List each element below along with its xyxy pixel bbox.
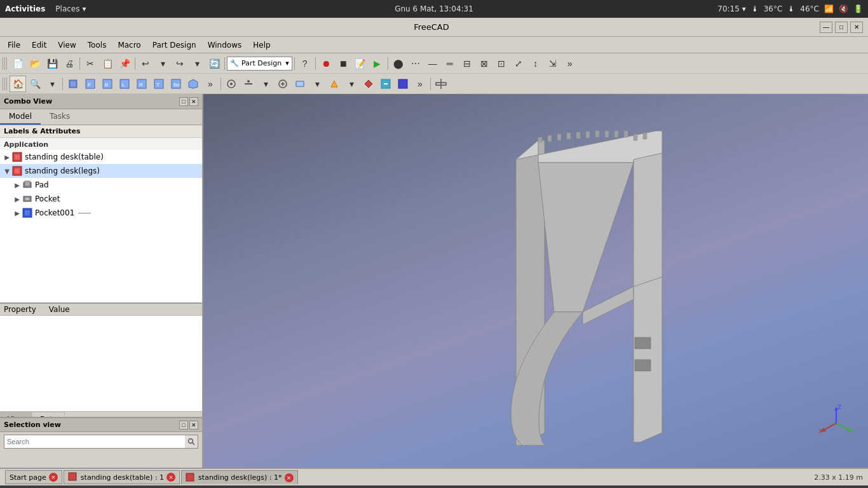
pd-dropdown2[interactable]: ▾ — [309, 76, 325, 92]
tool3[interactable]: ⊟ — [459, 55, 475, 72]
pd-tool6[interactable] — [360, 76, 377, 92]
tool1[interactable]: — — [424, 55, 441, 72]
print-button[interactable]: 🖨 — [61, 55, 78, 72]
selection-close-btn[interactable]: ✕ — [189, 421, 198, 430]
expand-pocket[interactable]: ▶ — [13, 194, 22, 203]
workbench-selector[interactable]: 🔧 Part Design ▾ — [227, 57, 292, 71]
zoom-dropdown[interactable]: ▾ — [44, 76, 60, 92]
search-input[interactable] — [4, 438, 185, 445]
maximize-button[interactable]: □ — [835, 22, 848, 33]
property-content — [0, 316, 202, 411]
pd-tool4[interactable] — [292, 76, 308, 92]
cube-home[interactable] — [65, 76, 81, 92]
expand-pad[interactable]: ▶ — [13, 180, 22, 189]
tool7[interactable]: ↕ — [527, 55, 544, 72]
places-menu[interactable]: Places ▾ — [55, 4, 86, 13]
view-right[interactable]: R — [133, 76, 150, 92]
zoom-icon[interactable]: 🔍 — [27, 76, 43, 92]
view-left[interactable]: L — [116, 76, 133, 92]
pd-tool1[interactable] — [223, 76, 240, 92]
menu-edit[interactable]: Edit — [27, 39, 51, 51]
search-button[interactable] — [185, 435, 198, 448]
tab-desk-table[interactable]: standing desk(table) : 1 × — [64, 470, 180, 484]
tab-model[interactable]: Model — [0, 109, 41, 125]
tool6[interactable]: ⤢ — [510, 55, 527, 72]
tree-item-pad[interactable]: ▶ Pad — [0, 178, 202, 192]
view-more[interactable]: » — [202, 76, 219, 92]
pd-more[interactable]: » — [412, 76, 428, 92]
view-bottom[interactable]: Bo — [168, 76, 184, 92]
menu-help[interactable]: Help — [248, 39, 275, 51]
tab-legs-icon — [186, 473, 196, 483]
menu-windows[interactable]: Windows — [203, 39, 247, 51]
transform-tool[interactable] — [433, 76, 449, 92]
minimize-button[interactable]: — — [820, 22, 832, 33]
tab-desk-table-label: standing desk(table) : 1 — [81, 473, 164, 482]
viewport-3d[interactable]: Z Y X — [203, 94, 868, 468]
close-button[interactable]: ✕ — [850, 22, 863, 33]
tab-startpage-close[interactable]: × — [49, 473, 58, 482]
menu-tools[interactable]: Tools — [83, 39, 112, 51]
pd-dropdown3[interactable]: ▾ — [343, 76, 360, 92]
help-button[interactable]: ? — [297, 55, 313, 72]
pd-tool5[interactable] — [326, 76, 342, 92]
undo-dropdown[interactable]: ▾ — [154, 55, 171, 72]
paste-button[interactable]: 📌 — [116, 55, 133, 72]
menu-file[interactable]: File — [3, 39, 25, 51]
tool2[interactable]: ═ — [442, 55, 458, 72]
copy-button[interactable]: 📋 — [99, 55, 116, 72]
record-button[interactable]: ⏺ — [318, 55, 334, 72]
sketch-button[interactable]: ⬤ — [390, 55, 407, 72]
run-button[interactable]: ▶ — [369, 55, 386, 72]
undo-button[interactable]: ↩ — [137, 55, 154, 72]
menu-view[interactable]: View — [53, 39, 81, 51]
tool4[interactable]: ⊠ — [476, 55, 492, 72]
view-home-button[interactable]: 🏠 — [10, 76, 26, 92]
pd-tool8[interactable] — [395, 76, 411, 92]
combo-float-button[interactable]: □ — [179, 97, 188, 106]
tab-start-page[interactable]: Start page × — [5, 470, 62, 484]
expand-desk-table[interactable]: ▶ — [3, 152, 11, 161]
time-display[interactable]: 70:15 ▾ — [717, 4, 745, 13]
pd-tool2[interactable] — [240, 76, 257, 92]
more-tools[interactable]: ⋯ — [407, 55, 424, 72]
save-button[interactable]: 💾 — [44, 55, 60, 72]
view-back[interactable]: B — [99, 76, 116, 92]
macro-edit-button[interactable]: 📝 — [352, 55, 369, 72]
redo-button[interactable]: ↪ — [172, 55, 188, 72]
tree-item-desk-table[interactable]: ▶ standing desk(table) — [0, 150, 202, 164]
view-front[interactable]: F — [82, 76, 98, 92]
menu-partdesign[interactable]: Part Design — [147, 39, 201, 51]
stop-button[interactable]: ⏹ — [335, 55, 351, 72]
selection-float-btn[interactable]: □ — [179, 421, 188, 430]
expand-pocket001[interactable]: ▶ — [13, 208, 22, 217]
view-isometric[interactable] — [185, 76, 201, 92]
tab-startpage-label: Start page — [10, 473, 46, 482]
more-btn[interactable]: » — [562, 55, 578, 72]
combo-view-label: Combo View — [4, 97, 52, 105]
redo-dropdown[interactable]: ▾ — [189, 55, 205, 72]
open-button[interactable]: 📂 — [27, 55, 43, 72]
tab-desk-legs-close[interactable]: × — [285, 473, 294, 482]
new-button[interactable]: 📄 — [10, 55, 26, 72]
tab-tasks[interactable]: Tasks — [41, 109, 79, 125]
cut-button[interactable]: ✂ — [82, 55, 98, 72]
tree-item-desk-legs[interactable]: ▼ standing desk(legs) — [0, 164, 202, 178]
menu-macro[interactable]: Macro — [112, 39, 146, 51]
view-top[interactable]: T — [151, 76, 167, 92]
activities-button[interactable]: Activities — [5, 4, 45, 13]
svg-text:X: X — [818, 428, 822, 435]
expand-desk-legs[interactable]: ▼ — [3, 166, 11, 175]
pd-tool3[interactable] — [275, 76, 291, 92]
tree-item-pocket[interactable]: ▶ Pocket — [0, 192, 202, 206]
tab-desk-table-close[interactable]: × — [166, 473, 175, 482]
tool8[interactable]: ⇲ — [545, 55, 561, 72]
search-box[interactable] — [4, 435, 198, 449]
tree-item-pocket001[interactable]: ▶ Pocket001 — [0, 206, 202, 220]
refresh-button[interactable]: 🔄 — [206, 55, 222, 72]
pd-dropdown[interactable]: ▾ — [257, 76, 274, 92]
tool5[interactable]: ⊡ — [493, 55, 510, 72]
tab-desk-legs[interactable]: standing desk(legs) : 1* × — [181, 470, 297, 484]
pd-tool7[interactable] — [377, 76, 394, 92]
combo-close-button[interactable]: ✕ — [189, 97, 198, 106]
